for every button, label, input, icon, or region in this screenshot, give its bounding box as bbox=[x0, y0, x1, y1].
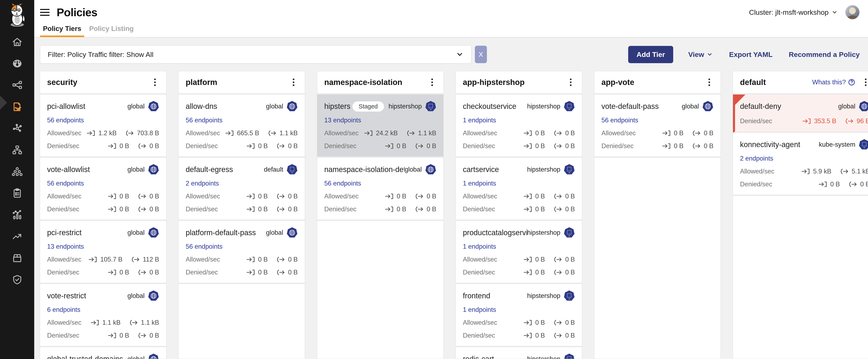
policy-card-frontend[interactable]: frontendhipstershopns1 endpointsAllowed/… bbox=[456, 284, 582, 347]
endpoints-link[interactable]: 56 endpoints bbox=[47, 116, 84, 124]
endpoints-link[interactable]: 56 endpoints bbox=[186, 116, 223, 124]
policy-card-checkoutservice[interactable]: checkoutservicehipstershopns1 endpointsA… bbox=[456, 94, 582, 158]
dashboard-gauge-icon[interactable] bbox=[12, 58, 23, 69]
policy-card-allow-dns[interactable]: allow-dnsglobal56 endpointsAllowed/sec66… bbox=[179, 94, 305, 158]
traffic-row-label: Denied/sec bbox=[186, 205, 218, 213]
egress-icon bbox=[414, 143, 424, 149]
tier-menu-kebab-icon[interactable] bbox=[566, 78, 575, 87]
ingress-icon bbox=[523, 143, 533, 149]
endpoints-cluster-icon[interactable] bbox=[12, 166, 23, 177]
traffic-in-value: 0 B bbox=[246, 205, 268, 213]
ingress-icon bbox=[246, 269, 256, 275]
traffic-in-value: 0 B bbox=[818, 181, 840, 188]
add-tier-button[interactable]: Add Tier bbox=[628, 46, 673, 63]
home-icon[interactable] bbox=[12, 36, 23, 47]
export-yaml-button[interactable]: Export YAML bbox=[728, 50, 774, 59]
tab-policy-listing[interactable]: Policy Listing bbox=[86, 25, 137, 37]
policy-card-vote-default-pass[interactable]: vote-default-passglobal56 endpointsAllow… bbox=[594, 94, 720, 158]
policy-card-pci-allowlist[interactable]: pci-allowlistglobal56 endpointsAllowed/s… bbox=[40, 94, 166, 158]
tier-menu-kebab-icon[interactable] bbox=[705, 78, 713, 87]
traffic-row: Allowed/sec0 B0 B bbox=[463, 193, 575, 200]
view-menu-button[interactable]: View bbox=[687, 50, 714, 59]
policy-card-default-egress[interactable]: default-egressdefaultns2 endpointsAllowe… bbox=[179, 158, 305, 221]
policy-card-redis-cart[interactable]: redis-carthipstershopns1 endpointsAllowe… bbox=[456, 347, 582, 359]
endpoints-link[interactable]: 13 endpoints bbox=[47, 243, 84, 250]
policy-name: hipstershop-gh… bbox=[324, 102, 350, 111]
endpoints-link[interactable]: 2 endpoints bbox=[186, 180, 219, 187]
endpoints-link[interactable]: 2 endpoints bbox=[740, 155, 773, 162]
traffic-in-text: 1.2 kB bbox=[98, 130, 117, 137]
policy-card-hipstershop-gh[interactable]: hipstershop-gh…Stagedhipstershopns13 end… bbox=[317, 94, 443, 158]
traffic-in-text: 0 B bbox=[120, 142, 129, 150]
policy-card-cartservice[interactable]: cartservicehipstershopns1 endpointsAllow… bbox=[456, 158, 582, 221]
policy-card-vote-allowlist[interactable]: vote-allowlistglobal56 endpointsAllowed/… bbox=[40, 158, 166, 221]
endpoints-link[interactable]: 1 endpoints bbox=[463, 180, 496, 187]
whats-this-label: Whats this? bbox=[812, 79, 846, 86]
egress-icon bbox=[125, 130, 134, 136]
policy-traffic-filter-select[interactable]: Filter: Policy Traffic filter: Show All bbox=[40, 45, 471, 63]
reports-chart-icon[interactable] bbox=[12, 210, 23, 220]
endpoints-link[interactable]: 6 endpoints bbox=[47, 306, 80, 313]
policy-card-productcatalogservice[interactable]: productcatalogservicehipstershopns1 endp… bbox=[456, 221, 582, 284]
endpoints-link[interactable]: 13 endpoints bbox=[324, 116, 361, 124]
flows-molecule-icon[interactable] bbox=[12, 123, 23, 134]
global-badge-icon bbox=[702, 101, 713, 112]
policy-card-top: default-egressdefaultns bbox=[186, 164, 298, 175]
endpoints-link[interactable]: 56 endpoints bbox=[186, 243, 223, 250]
traffic-in-text: 0 B bbox=[535, 205, 545, 213]
policy-card-vote-restrict[interactable]: vote-restrictglobal6 endpointsAllowed/se… bbox=[40, 284, 166, 347]
namespace-badge-icon: ns bbox=[564, 290, 575, 301]
traffic-row-label: Allowed/sec bbox=[324, 130, 359, 137]
tier-menu-kebab-icon[interactable] bbox=[428, 78, 436, 87]
filter-clear-button[interactable]: X bbox=[475, 46, 487, 63]
traffic-row-label: Denied/sec bbox=[47, 142, 79, 150]
scope-label: hipstershop bbox=[527, 355, 560, 359]
user-avatar[interactable] bbox=[845, 5, 860, 20]
traffic-row-label: Allowed/sec bbox=[601, 130, 636, 137]
traffic-row-label: Allowed/sec bbox=[47, 130, 81, 137]
traffic-out-text: 0 B bbox=[860, 181, 868, 188]
tier-menu-kebab-icon[interactable] bbox=[151, 78, 159, 87]
cluster-selector[interactable]: Cluster: jlt-msft-workshop bbox=[749, 8, 838, 17]
endpoints-link[interactable]: 56 endpoints bbox=[324, 180, 361, 187]
traffic-row: Denied/sec0 B0 B bbox=[47, 269, 159, 276]
compliance-clipboard-icon[interactable] bbox=[12, 188, 23, 199]
tier-title: default bbox=[740, 78, 812, 87]
tab-policy-tiers[interactable]: Policy Tiers bbox=[40, 25, 84, 37]
egress-icon bbox=[414, 206, 424, 212]
traffic-values: 0 B0 B bbox=[107, 193, 159, 200]
policy-card-default-deny[interactable]: default-denyglobalDenied/sec353.5 B96 B bbox=[733, 94, 868, 133]
shield-check-icon[interactable] bbox=[12, 274, 23, 285]
tier-menu-kebab-icon[interactable] bbox=[862, 78, 868, 87]
top-bar: Policies Cluster: jlt-msft-workshop bbox=[34, 0, 868, 25]
hamburger-menu-icon[interactable] bbox=[40, 9, 50, 16]
global-badge-icon bbox=[859, 101, 868, 112]
policy-card-global-trusted-domains[interactable]: global-trusted-domainsglobal56 endpoints… bbox=[40, 347, 166, 359]
scope-label: hipstershop bbox=[527, 292, 560, 300]
traffic-values: 24.2 kB1.1 kB bbox=[364, 130, 436, 137]
ingress-icon bbox=[88, 256, 98, 263]
service-graph-icon[interactable] bbox=[12, 80, 23, 90]
traffic-row: Denied/sec0 B0 B bbox=[47, 142, 159, 150]
endpoints-link[interactable]: 56 endpoints bbox=[47, 180, 84, 187]
endpoints-link[interactable]: 1 endpoints bbox=[463, 116, 496, 124]
policy-card-top: global-trusted-domainsglobal bbox=[47, 353, 159, 359]
tier-menu-kebab-icon[interactable] bbox=[289, 78, 298, 87]
endpoints-link[interactable]: 56 endpoints bbox=[601, 116, 638, 124]
policy-card-platform-default-pass[interactable]: platform-default-passglobal56 endpointsA… bbox=[179, 221, 305, 284]
endpoints-link[interactable]: 1 endpoints bbox=[463, 243, 496, 250]
sidebar-nav bbox=[0, 36, 34, 285]
policy-card-pci-restrict[interactable]: pci-restrictglobal13 endpointsAllowed/se… bbox=[40, 221, 166, 284]
traffic-out-value: 0 B bbox=[553, 130, 575, 137]
policies-icon[interactable] bbox=[12, 101, 23, 112]
traffic-out-text: 0 B bbox=[427, 205, 436, 213]
traffic-row: Denied/sec0 B0 B bbox=[324, 205, 436, 213]
endpoints-link[interactable]: 1 endpoints bbox=[463, 306, 496, 313]
network-tree-icon[interactable] bbox=[12, 145, 23, 156]
whats-this-link[interactable]: Whats this? bbox=[812, 79, 855, 86]
trending-up-icon[interactable] bbox=[12, 231, 23, 242]
policy-card-konnectivity-agent[interactable]: konnectivity-agentkube-systemns2 endpoin… bbox=[733, 133, 868, 196]
policy-card-namespace-isolation-default-p[interactable]: namespace-isolation-default-p…global56 e… bbox=[317, 158, 443, 221]
recommend-policy-button[interactable]: Recommend a Policy bbox=[787, 50, 861, 59]
package-box-icon[interactable] bbox=[12, 253, 23, 264]
